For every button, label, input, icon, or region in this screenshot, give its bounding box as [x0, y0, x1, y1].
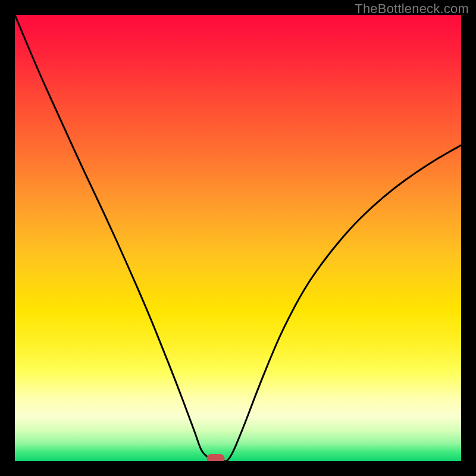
bottleneck-curve-path — [15, 15, 461, 461]
plot-area — [15, 15, 461, 461]
chart-frame: TheBottleneck.com — [0, 0, 476, 476]
optimal-marker — [207, 454, 225, 461]
curve-layer — [15, 15, 461, 461]
